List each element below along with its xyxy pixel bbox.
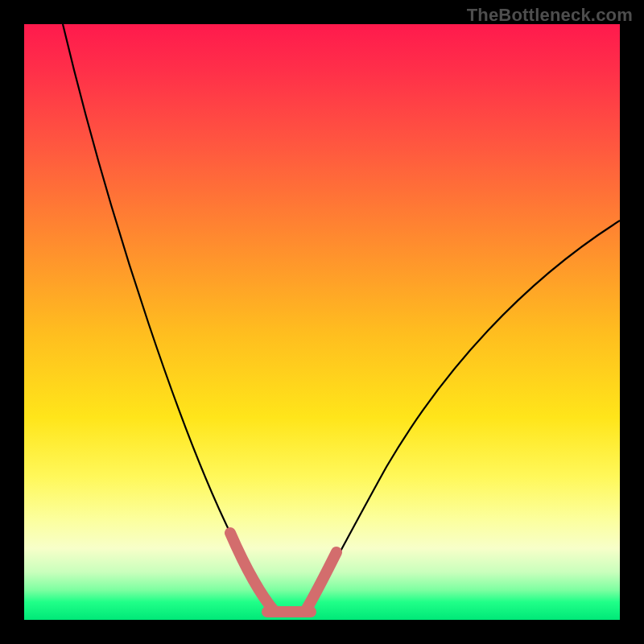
curve-layer xyxy=(24,24,620,620)
watermark-text: TheBottleneck.com xyxy=(467,5,633,26)
plot-area xyxy=(24,24,620,620)
valley-marker-right xyxy=(306,552,336,610)
curve-left xyxy=(63,24,275,612)
valley-marker-left xyxy=(230,533,274,610)
curve-right xyxy=(306,221,620,612)
chart-frame: TheBottleneck.com xyxy=(0,0,644,644)
